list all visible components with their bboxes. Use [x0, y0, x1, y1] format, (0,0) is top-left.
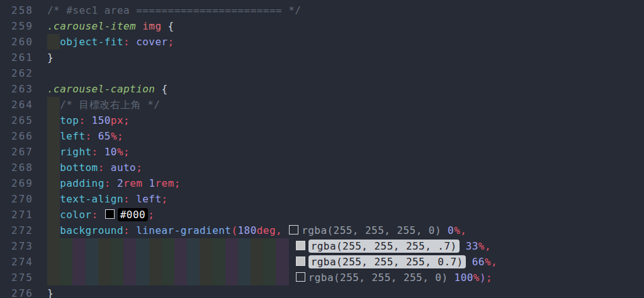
- code-line[interactable]: 263.carousel-caption {: [0, 81, 644, 97]
- code-content: right: 10%;: [47, 144, 130, 160]
- code-content: left: 65%;: [47, 128, 123, 144]
- indent-rainbow-block: [149, 238, 162, 254]
- code-line[interactable]: 261}: [0, 50, 644, 65]
- code-line[interactable]: 266left: 65%;: [0, 128, 644, 144]
- indent-rainbow-block: [212, 270, 225, 285]
- code-token: rem;: [155, 177, 180, 189]
- code-token: }: [47, 52, 54, 63]
- line-number: 261: [0, 50, 45, 65]
- color-swatch[interactable]: [296, 257, 305, 266]
- indent-rainbow-block: [174, 270, 187, 285]
- code-token: ;: [162, 193, 168, 205]
- indent-rainbow-block: [86, 238, 98, 254]
- color-decorated-value[interactable]: rgba(255, 255, 255, 0.7): [308, 255, 466, 268]
- indent-rainbow-block: [200, 238, 212, 254]
- code-token: :: [123, 193, 136, 205]
- code-line[interactable]: 267right: 10%;: [0, 144, 644, 160]
- indent-rainbow-block: [98, 238, 111, 254]
- indent-rainbow-block: [72, 270, 85, 285]
- code-line[interactable]: 269padding: 2rem 1rem;: [0, 175, 644, 191]
- color-swatch[interactable]: [296, 272, 305, 282]
- code-line[interactable]: 258/* #sec1 area =======================…: [0, 3, 644, 18]
- code-content: }: [47, 285, 54, 298]
- indent-rainbow-block: [47, 128, 60, 144]
- indent-rainbow-block: [162, 238, 174, 254]
- indent-rainbow-block: [200, 254, 212, 270]
- code-token: [289, 272, 295, 284]
- code-token: deg,: [257, 224, 288, 236]
- code-content: object-fit: cover;: [47, 34, 174, 50]
- code-content: rgba(255, 255, 255, .7) 33%,: [47, 238, 491, 254]
- code-token: ): [480, 272, 486, 284]
- line-number: 275: [0, 270, 45, 285]
- indent-rainbow-block: [47, 113, 60, 128]
- color-decorated-value[interactable]: #000: [118, 208, 148, 221]
- code-token: 180: [238, 224, 257, 236]
- code-line[interactable]: 259.carousel-item img {: [0, 18, 644, 34]
- indent-rainbow-block: [263, 270, 276, 285]
- code-content: padding: 2rem 1rem;: [47, 175, 181, 191]
- code-line[interactable]: 260object-fit: cover;: [0, 34, 644, 50]
- line-number: 266: [0, 128, 45, 144]
- code-token: :: [123, 224, 136, 236]
- code-token: px;: [111, 114, 130, 126]
- indent-rainbow-block: [47, 160, 60, 175]
- code-token: 150: [92, 114, 111, 126]
- code-token: ;: [136, 162, 142, 174]
- code-content: .carousel-caption {: [47, 81, 168, 97]
- code-line[interactable]: 265top: 150px;: [0, 113, 644, 128]
- code-token: linear-gradient: [136, 224, 231, 236]
- indent-rainbow-block: [86, 254, 98, 270]
- line-number: 260: [0, 34, 45, 50]
- indent-rainbow-block: [187, 238, 200, 254]
- code-token: img: [136, 20, 161, 32]
- code-token: %;: [117, 146, 130, 158]
- indent-rainbow-block: [251, 254, 263, 270]
- indent-rainbow-block: [276, 254, 288, 270]
- code-line[interactable]: 272background: linear-gradient(180deg, r…: [0, 223, 644, 238]
- line-number: 268: [0, 160, 45, 175]
- code-line[interactable]: 268bottom: auto;: [0, 160, 644, 175]
- indent-rainbow-block: [136, 254, 149, 270]
- code-token: /* #sec1 area ======================= */: [47, 4, 301, 16]
- code-line[interactable]: 264/* 目標改右上角 */: [0, 97, 644, 113]
- indent-rainbow-block: [225, 254, 238, 270]
- indent-rainbow-block: [225, 238, 238, 254]
- code-token: %,: [478, 240, 491, 252]
- line-number: 265: [0, 113, 45, 128]
- code-line[interactable]: 273 rgba(255, 255, 255, .7) 33%,: [0, 238, 644, 254]
- indent-rainbow-block: [47, 270, 60, 285]
- code-line[interactable]: 271color: #000;: [0, 207, 644, 223]
- color-swatch[interactable]: [289, 225, 298, 235]
- code-token: ;: [148, 209, 154, 221]
- line-number: 269: [0, 175, 45, 191]
- code-line[interactable]: 262: [0, 65, 644, 81]
- indent-rainbow-block: [174, 238, 187, 254]
- indent-rainbow-block: [72, 238, 85, 254]
- code-token: padding: [60, 177, 105, 189]
- color-swatch[interactable]: [296, 241, 305, 250]
- code-content: /* #sec1 area ======================= */: [47, 3, 301, 18]
- color-swatch[interactable]: [105, 209, 115, 219]
- code-editor-pane[interactable]: 258/* #sec1 area =======================…: [0, 0, 644, 298]
- code-line[interactable]: 274 rgba(255, 255, 255, 0.7) 66%,: [0, 254, 644, 270]
- indent-rainbow-block: [276, 270, 288, 285]
- line-number: 276: [0, 285, 45, 298]
- code-line[interactable]: 270text-align: left;: [0, 191, 644, 207]
- code-token: :: [123, 36, 136, 48]
- indent-rainbow-block: [251, 270, 263, 285]
- indent-rainbow-block: [212, 254, 225, 270]
- code-token: 2: [117, 177, 123, 189]
- code-token: :: [86, 130, 98, 142]
- line-number: 262: [0, 65, 45, 81]
- code-token: :: [105, 177, 117, 189]
- code-token: text-align: [60, 193, 123, 205]
- indent-rainbow-block: [98, 254, 111, 270]
- indent-rainbow-block: [123, 254, 136, 270]
- color-decorated-value[interactable]: rgba(255, 255, 255, .7): [308, 240, 460, 253]
- code-content: text-align: left;: [47, 191, 168, 207]
- code-line[interactable]: 276}: [0, 285, 644, 298]
- code-content: }: [47, 50, 54, 65]
- code-line[interactable]: 275 rgba(255, 255, 255, 0) 100%);: [0, 270, 644, 285]
- code-token: 66: [466, 256, 485, 268]
